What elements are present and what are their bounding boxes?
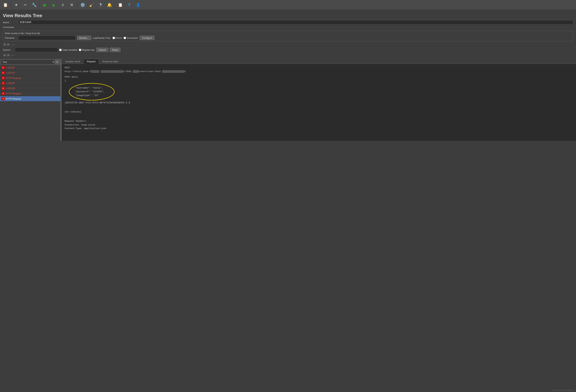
browse-button[interactable]: Browse...: [77, 36, 91, 40]
pause-button[interactable]: ⏸: [59, 1, 67, 9]
no-cookies: [no cookies]: [65, 106, 573, 114]
req-headers-label: Request Headers:: [65, 120, 573, 123]
separator-4: [115, 2, 115, 8]
write-results-title: Write results to file / Read from file: [5, 32, 571, 35]
filename-input[interactable]: [18, 36, 76, 40]
help-button[interactable]: ?: [125, 1, 133, 9]
play-stop-button[interactable]: ▶: [50, 1, 58, 9]
item-text-3: HTTP Request: [6, 77, 21, 79]
error-icon-1: ✕: [1, 66, 5, 69]
request-url: http://test1-pdsb-f██████ ██████████████…: [65, 70, 186, 73]
errors-label: Errors: [116, 37, 122, 39]
json-highlighted-block: "username": "tanli", "password": "123456…: [68, 83, 115, 101]
filename-label: Filename: [5, 37, 17, 39]
tabs-bar: Sampler result Request Response data: [62, 59, 576, 64]
errors-checkbox-label[interactable]: Errors: [113, 37, 122, 39]
regular-exp-label[interactable]: Regular exp.: [79, 49, 95, 51]
http-method: POST: [65, 66, 70, 69]
left-panel: Text ▼ ✕ 人证比对 ✕ 人证比对 ✕ HTTP Request ✕ 人证…: [0, 59, 61, 141]
url-line: http://test1-pdsb-f██████ ██████████████…: [65, 70, 573, 74]
item-text-1: 人证比对: [6, 66, 15, 69]
tree-item[interactable]: ✕ HTTP Request: [0, 76, 60, 81]
clipboard-button[interactable]: 📋: [1, 1, 9, 9]
reset-button[interactable]: Reset: [110, 48, 120, 52]
item-text-4: 人证比对: [6, 82, 15, 85]
name-row: Name:: [3, 20, 573, 25]
case-sensitive-text: Case sensitive: [62, 49, 77, 51]
remove-button[interactable]: −: [21, 1, 29, 9]
toolbar: 📋 + − 🔧 ▶ ▶ ⏸ ✖ ⚙️ 🧹 🔭 🔔 📋 ? 👤: [0, 0, 576, 10]
item-text-6: HTTP Request: [6, 92, 21, 95]
successes-checkbox-label[interactable]: Successes: [124, 37, 138, 39]
log-options: Log/Display Only: Errors Successes Confi…: [93, 36, 154, 40]
separator-3: [77, 2, 77, 8]
arrow-down-btn-2[interactable]: ▼: [7, 54, 10, 57]
tree-item[interactable]: ✕ 人证比对: [0, 81, 60, 86]
imagetype-line: "imageType": "21": [75, 94, 105, 97]
text-dropdown[interactable]: Text: [1, 60, 55, 64]
tab-request[interactable]: Request: [84, 59, 99, 64]
method-line: POST: [65, 66, 573, 70]
play-button[interactable]: ▶: [41, 1, 49, 9]
error-icon-2: ✕: [1, 71, 5, 74]
dropdown-arrow[interactable]: ▼: [55, 60, 59, 64]
case-sensitive-checkbox[interactable]: [59, 49, 61, 51]
tree-item[interactable]: ✕ 人证比对: [0, 86, 60, 91]
wrench-button[interactable]: 🔧: [30, 1, 38, 9]
uuid-line: }DDC26726-1BA7-4722-A7C4-AB7973195FA8100…: [65, 101, 573, 105]
errors-checkbox[interactable]: [113, 37, 115, 39]
error-icon-7: ✕: [1, 97, 5, 100]
separator-2: [39, 2, 40, 8]
tab-sampler-result[interactable]: Sampler result: [62, 59, 84, 64]
arrow-up-btn[interactable]: ▲: [3, 43, 6, 46]
item-text-2: 人证比对: [6, 71, 15, 74]
username-line: "username": "tanli",: [75, 86, 105, 90]
comments-label: Comments:: [3, 26, 17, 29]
separator-1: [11, 2, 11, 8]
arrow-down-btn[interactable]: ▼: [7, 43, 10, 46]
tree-item-selected[interactable]: ✕ HTTP Request: [0, 96, 60, 101]
error-icon-4: ✕: [1, 82, 5, 85]
dropdown-row: Text ▼: [0, 59, 60, 65]
divider-row-2: ▲ ▼ ∿∿∿: [3, 54, 573, 57]
json-open: {: [65, 79, 573, 83]
write-results-section: Write results to file / Read from file F…: [3, 31, 573, 41]
case-sensitive-label[interactable]: Case sensitive: [59, 49, 77, 51]
error-icon-5: ✕: [1, 87, 5, 90]
tree-item[interactable]: ✕ HTTP Request: [0, 91, 60, 96]
arrow-up-btn-2[interactable]: ▲: [3, 54, 6, 57]
successes-label: Successes: [127, 37, 138, 39]
user-button[interactable]: 👤: [134, 1, 142, 9]
content-area: POST http://test1-pdsb-f██████ █████████…: [62, 64, 576, 141]
tab-response-data[interactable]: Response data: [99, 59, 121, 64]
gear-button[interactable]: ⚙️: [79, 1, 86, 9]
tree-item[interactable]: ✕ 人证比对: [0, 70, 60, 76]
log-display-label: Log/Display Only:: [93, 37, 111, 39]
connection-header: Connection: keep-alive: [65, 123, 573, 127]
divider-dots-1: ∿∿∿: [10, 44, 16, 46]
content-type-header: Content-Type: application/json: [65, 127, 573, 130]
tree-item[interactable]: ✕ 人证比对: [0, 65, 60, 70]
regular-exp-checkbox[interactable]: [79, 49, 81, 51]
split-panel: Text ▼ ✕ 人证比对 ✕ 人证比对 ✕ HTTP Request ✕ 人证…: [0, 59, 576, 141]
post-data-label: POST data:: [65, 75, 573, 79]
successes-checkbox[interactable]: [124, 37, 126, 39]
stop-button[interactable]: ✖: [68, 1, 76, 9]
error-icon-3: ✕: [1, 76, 5, 80]
password-line: "password": "123456",: [75, 90, 105, 94]
binoculars-button[interactable]: 🔭: [96, 1, 104, 9]
list-button[interactable]: 📋: [116, 1, 124, 9]
broom-button[interactable]: 🧹: [87, 1, 95, 9]
bell-button[interactable]: 🔔: [105, 1, 113, 9]
add-button[interactable]: +: [12, 1, 20, 9]
comments-row: Comments:: [3, 26, 573, 29]
name-input[interactable]: [19, 20, 573, 25]
search-input[interactable]: [15, 48, 58, 52]
search-row: Search: Case sensitive Regular exp. Sear…: [3, 48, 573, 52]
watermark: https://blog.csdn.net/alice_lf: [553, 389, 575, 391]
search-button[interactable]: Search: [96, 48, 108, 52]
divider-dots-2: ∿∿∿: [10, 54, 16, 56]
error-icon-6: ✕: [1, 92, 5, 95]
configure-button[interactable]: Configure: [140, 36, 154, 40]
post-data-section: POST data: { "username": "tanli", "passw…: [65, 75, 573, 105]
